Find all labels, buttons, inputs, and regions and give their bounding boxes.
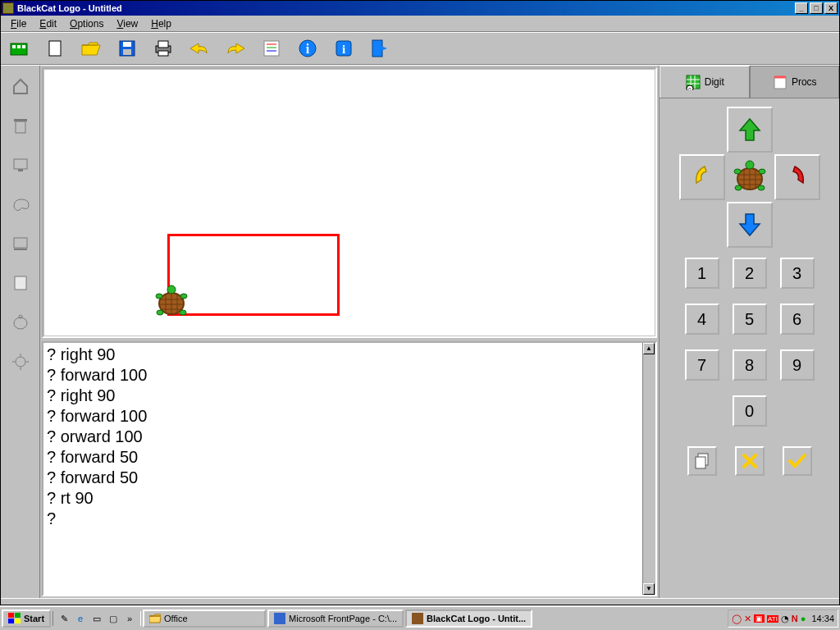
tray-icon[interactable]: ▣: [754, 614, 765, 623]
ql-pen-icon[interactable]: ✎: [57, 611, 71, 626]
app-window: BlackCat Logo - Untitled _ □ X File Edit…: [0, 0, 840, 605]
left-sidebar: [1, 66, 40, 598]
scroll-up-icon[interactable]: ▲: [643, 343, 655, 354]
turtle-sprite: [151, 281, 192, 322]
svg-rect-9: [158, 41, 168, 48]
svg-point-45: [180, 310, 186, 315]
turn-left-icon: [690, 163, 714, 191]
console-scrollbar[interactable]: ▲ ▼: [642, 343, 655, 595]
sidebar-trash-icon[interactable]: [10, 115, 31, 136]
command-console[interactable]: ? right 90 ? forward 100 ? right 90 ? fo…: [43, 343, 642, 595]
console-line: ? rt 90: [47, 488, 639, 509]
folder-icon: [149, 614, 161, 623]
sidebar-monitor-icon[interactable]: [10, 154, 31, 176]
key-3[interactable]: 3: [780, 258, 815, 289]
svg-point-41: [167, 285, 176, 294]
toolbar-redo-icon[interactable]: [224, 37, 247, 60]
task-label: Office: [164, 614, 188, 623]
ql-desktop-icon[interactable]: ▭: [89, 611, 104, 626]
sidebar-screen-icon[interactable]: [10, 272, 31, 294]
toolbar-print-icon[interactable]: [152, 37, 175, 60]
task-office[interactable]: Office: [143, 609, 266, 628]
menu-view[interactable]: View: [110, 16, 144, 31]
sidebar-home-icon[interactable]: [10, 75, 31, 97]
tray-icon[interactable]: N: [792, 614, 798, 623]
svg-point-29: [16, 357, 25, 367]
statusbar: [1, 598, 839, 605]
svg-rect-21: [14, 119, 27, 121]
maximize-button[interactable]: □: [810, 2, 823, 14]
menubar: File Edit Options View Help: [1, 16, 839, 32]
ql-app-icon[interactable]: ▢: [106, 611, 121, 626]
start-button[interactable]: Start: [2, 609, 51, 628]
toolbar-save-icon[interactable]: [116, 37, 139, 60]
left-button[interactable]: [679, 154, 725, 200]
forward-button[interactable]: [727, 107, 773, 153]
sidebar-turtle-icon[interactable]: [10, 312, 31, 333]
toolbar-logo-icon[interactable]: [7, 37, 30, 60]
menu-edit[interactable]: Edit: [33, 16, 63, 31]
key-8[interactable]: 8: [733, 349, 767, 381]
key-6[interactable]: 6: [780, 304, 815, 335]
tray-icon[interactable]: ✕: [744, 614, 751, 624]
menu-help[interactable]: Help: [144, 16, 178, 31]
task-frontpage[interactable]: Microsoft FrontPage - C:\...: [267, 609, 404, 628]
svg-text:i: i: [306, 42, 310, 56]
key-1[interactable]: 1: [685, 258, 719, 289]
task-blackcat[interactable]: BlackCat Logo - Untit...: [405, 609, 532, 628]
ql-ie-icon[interactable]: e: [73, 611, 88, 626]
frontpage-icon: [274, 613, 285, 624]
drawing-canvas[interactable]: [44, 70, 655, 336]
action-row: [687, 446, 812, 476]
sidebar-monitor2-icon[interactable]: [10, 233, 31, 254]
right-button[interactable]: [774, 154, 820, 200]
toolbar-exit-icon[interactable]: [368, 37, 391, 60]
svg-point-65: [735, 185, 742, 190]
tab-procs[interactable]: Procs: [750, 66, 840, 98]
key-4[interactable]: 4: [685, 304, 719, 335]
key-5[interactable]: 5: [733, 304, 767, 335]
svg-rect-73: [274, 613, 285, 624]
svg-rect-26: [15, 276, 26, 290]
close-button[interactable]: X: [824, 2, 838, 14]
svg-rect-70: [15, 613, 21, 618]
copy-button[interactable]: [687, 446, 717, 476]
svg-rect-7: [123, 49, 131, 55]
key-0[interactable]: 0: [733, 395, 767, 427]
tray-icon[interactable]: ●: [801, 614, 806, 623]
tray-icon[interactable]: ◯: [732, 614, 742, 624]
tray-icon[interactable]: ◔: [781, 614, 789, 624]
scroll-down-icon[interactable]: ▼: [643, 583, 655, 595]
turn-right-icon: [785, 163, 810, 191]
cancel-button[interactable]: [735, 446, 765, 476]
key-2[interactable]: 2: [733, 258, 767, 289]
up-arrow-icon: [738, 117, 761, 142]
sidebar-sun-icon[interactable]: [10, 351, 31, 372]
ql-more-icon[interactable]: »: [122, 611, 137, 626]
windows-icon: [8, 613, 21, 624]
key-9[interactable]: 9: [780, 349, 815, 381]
right-panel: 0 Digit Procs 1: [659, 66, 839, 598]
toolbar-list-icon[interactable]: [260, 37, 283, 60]
svg-point-63: [734, 169, 741, 174]
down-arrow-icon: [738, 212, 761, 237]
svg-point-44: [157, 310, 163, 315]
toolbar-info-icon[interactable]: i: [296, 37, 319, 60]
tab-digit[interactable]: 0 Digit: [660, 66, 750, 98]
menu-file[interactable]: File: [4, 16, 33, 31]
toolbar-info2-icon[interactable]: i: [332, 37, 355, 60]
app-icon: [2, 2, 14, 14]
toolbar-undo-icon[interactable]: [188, 37, 211, 60]
tray-icon[interactable]: ATI: [767, 615, 778, 623]
tab-label: Procs: [792, 76, 817, 88]
minimize-button[interactable]: _: [795, 2, 808, 14]
ok-button[interactable]: [783, 446, 812, 476]
toolbar-new-icon[interactable]: [43, 37, 66, 60]
menu-options[interactable]: Options: [63, 16, 110, 31]
back-button[interactable]: [727, 202, 773, 248]
svg-rect-3: [22, 45, 25, 48]
titlebar: BlackCat Logo - Untitled _ □ X: [1, 1, 839, 16]
sidebar-palette-icon[interactable]: [10, 194, 31, 215]
toolbar-open-icon[interactable]: [80, 37, 103, 60]
key-7[interactable]: 7: [685, 349, 719, 381]
